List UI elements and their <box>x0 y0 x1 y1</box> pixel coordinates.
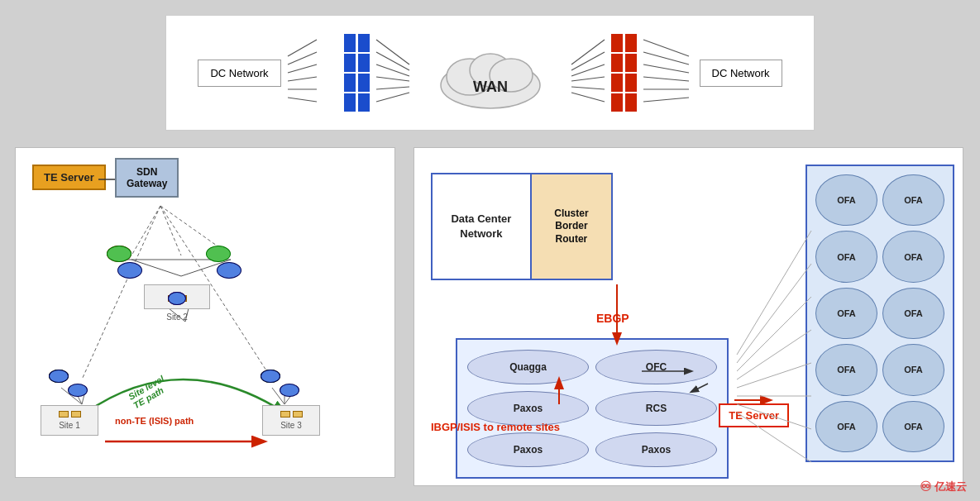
node-blue-site2 <box>168 292 186 305</box>
ofa-8: OFA <box>882 344 944 395</box>
node-blue-left-1 <box>49 370 69 383</box>
svg-line-57 <box>737 363 811 388</box>
svg-line-11 <box>376 93 409 102</box>
top-diagram: DC Network <box>165 15 815 131</box>
ofa-5: OFA <box>815 288 877 339</box>
ofa-4: OFA <box>882 231 944 282</box>
svg-line-8 <box>376 64 409 76</box>
site3-rect-1 <box>280 411 290 418</box>
node-blue-right-1 <box>261 370 280 383</box>
svg-line-30 <box>131 206 160 255</box>
cbr-box: Cluster Border Router <box>530 174 611 279</box>
paxos2-node: Paxos <box>467 432 589 467</box>
rcs-node: RCS <box>595 391 717 426</box>
svg-line-22 <box>571 93 605 102</box>
watermark-text: 亿速云 <box>935 480 967 494</box>
site1-rect-1 <box>59 411 69 418</box>
ebgp-label: EBGP <box>596 312 629 325</box>
te-server-box: TE Server <box>32 165 106 190</box>
svg-line-26 <box>643 77 689 81</box>
red-bars <box>611 34 637 112</box>
svg-line-56 <box>737 330 811 379</box>
svg-line-10 <box>376 87 409 89</box>
ofa-7: OFA <box>815 344 877 395</box>
svg-line-9 <box>376 77 409 81</box>
node-green-1 <box>107 246 131 262</box>
dc-network-box: Data Center Network Cluster Border Route… <box>431 173 613 280</box>
site3-label: Site 3 <box>280 421 302 430</box>
svg-line-55 <box>737 297 811 371</box>
green-path-label: Site levelTE path <box>127 374 170 411</box>
watermark: ♾ 亿速云 <box>920 479 967 494</box>
ofa-9: OFA <box>815 401 877 452</box>
node-blue-1 <box>117 262 142 279</box>
site2-label: Site 2 <box>166 313 188 322</box>
left-diagram: TE Server <box>15 147 395 478</box>
node-blue-left-2 <box>68 384 88 397</box>
ofa-grid: OFA OFA OFA OFA OFA OFA OFA OFA OFA OFA <box>806 165 954 462</box>
site1-rect-2 <box>71 411 81 418</box>
svg-line-54 <box>737 264 811 363</box>
svg-line-28 <box>643 98 689 102</box>
svg-line-3 <box>288 77 317 81</box>
svg-line-5 <box>288 98 317 102</box>
site1-label: Site 1 <box>59 421 80 430</box>
svg-line-25 <box>643 64 689 73</box>
red-path-label: non-TE (ISIS) path <box>115 416 194 426</box>
dc-network-right: DC Network <box>700 60 782 87</box>
svg-line-19 <box>571 64 605 76</box>
svg-line-21 <box>571 87 605 89</box>
svg-line-2 <box>288 64 317 73</box>
quagga-node: Quagga <box>467 350 589 384</box>
right-diagram: Data Center Network Cluster Border Route… <box>414 147 963 486</box>
site3-rect-2 <box>293 411 303 418</box>
svg-text:WAN: WAN <box>473 79 508 95</box>
ofa-6: OFA <box>882 288 944 339</box>
svg-line-31 <box>160 206 181 255</box>
node-blue-2 <box>217 262 241 279</box>
dc-network-left: DC Network <box>198 60 280 87</box>
ofa-3: OFA <box>815 231 877 282</box>
paxos3-node: Paxos <box>595 432 717 467</box>
ofc-node: OFC <box>595 350 717 384</box>
node-green-2 <box>206 246 231 262</box>
watermark-icon: ♾ <box>920 479 931 494</box>
svg-line-20 <box>571 77 605 81</box>
dc-network-label: Data Center Network <box>433 174 530 279</box>
wan-cloud: WAN <box>416 36 565 110</box>
svg-line-53 <box>737 231 811 355</box>
ofa-1: OFA <box>815 174 877 226</box>
sdn-gateway-box: SDN Gateway <box>115 158 179 198</box>
ibgp-label: IBGP/ISIS to remote sites <box>431 421 560 435</box>
ofa-10: OFA <box>882 401 944 452</box>
te-server-right: TE Server <box>719 403 789 427</box>
ofa-2: OFA <box>882 174 944 226</box>
software-box: Quagga OFC Paxos RCS Paxos Paxos <box>456 338 729 479</box>
blue-bars <box>344 34 370 112</box>
node-blue-right-2 <box>280 384 299 397</box>
